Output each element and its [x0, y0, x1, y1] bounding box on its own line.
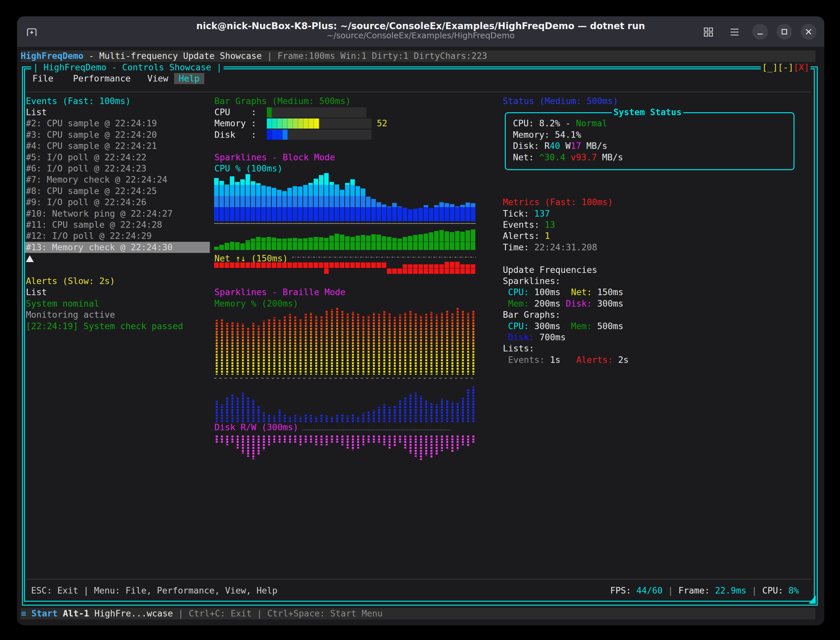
- memory-sparkline-row-seam: [214, 242, 476, 242]
- event-list-item[interactable]: #2: CPU sample @ 22:24:19: [26, 118, 157, 129]
- text-segment: Start: [31, 608, 58, 618]
- bar-disk-label: Disk :: [215, 129, 256, 140]
- text-segment: 137: [534, 208, 550, 219]
- menu-item-help[interactable]: Help: [174, 73, 204, 84]
- text-segment: |: [662, 586, 678, 595]
- sparklines-block-title: Sparklines - Block Mode: [215, 152, 335, 163]
- event-list-item[interactable]: #5: I/O poll @ 22:24:22: [26, 152, 146, 163]
- metrics-events-line: Events: 13: [503, 219, 555, 230]
- text-segment: CPU:: [508, 287, 529, 297]
- metrics-tick-line: Tick: 137: [503, 208, 550, 219]
- text-segment: 200ms: [529, 298, 566, 309]
- bar-cell: [267, 118, 272, 129]
- bar-cell: [298, 118, 303, 129]
- status-net-line: Net: ^30.4 v93.7 MB/s: [513, 152, 623, 163]
- text-segment: [503, 355, 508, 365]
- braille-disk-chart: [214, 435, 476, 462]
- events-list-label: List: [26, 107, 47, 118]
- text-segment: 8%: [788, 586, 799, 595]
- taskbar-text[interactable]: ≡ Start Alt-1 HighFre...wcase | Ctrl+C: …: [21, 608, 383, 619]
- bar-cell: [282, 130, 288, 140]
- bar-cpu-fill: [267, 107, 272, 117]
- maximize-button[interactable]: [776, 24, 792, 40]
- workspaces-grid-icon[interactable]: [704, 27, 713, 37]
- tui-window-buttons[interactable]: [_][-][X]: [761, 62, 811, 73]
- event-list-item[interactable]: #6: I/O poll @ 22:24:23: [26, 163, 146, 174]
- text-segment: [_]: [762, 62, 778, 72]
- chart-cell-seams: [214, 172, 476, 221]
- bar-memory-fill: [267, 118, 319, 129]
- scroll-up-icon[interactable]: [26, 255, 34, 262]
- bar-cell: [288, 118, 293, 129]
- text-segment: 2s: [613, 355, 628, 365]
- minimize-button[interactable]: [752, 24, 768, 40]
- event-list-item[interactable]: #7: Memory check @ 22:24:24: [26, 174, 167, 185]
- close-button[interactable]: [801, 24, 816, 40]
- alerts-panel-title: Alerts (Slow: 2s): [26, 275, 115, 286]
- text-segment: [503, 287, 508, 297]
- menu-divider: [26, 91, 811, 92]
- event-list-item[interactable]: #11: CPU sample @ 22:24:28: [26, 219, 162, 230]
- text-segment: Mem:: [508, 298, 529, 309]
- app-status-line: HighFreqDemo - Multi-frequency Update Sh…: [21, 50, 816, 62]
- event-list-item[interactable]: #9: I/O poll @ 22:24:26: [26, 197, 146, 208]
- text-segment: - Multi-frequency Update Showcase: [83, 51, 267, 61]
- menu-item-view[interactable]: View: [147, 73, 168, 84]
- text-segment: Memory: 54.1%: [513, 130, 581, 140]
- text-segment: HighFreqDemo: [21, 51, 83, 61]
- disk-dotted-line: [303, 430, 451, 430]
- event-list-item[interactable]: #8: CPU sample @ 22:24:25: [26, 186, 157, 197]
- event-list-item[interactable]: #3: CPU sample @ 22:24:20: [26, 129, 157, 140]
- text-segment: |: [746, 586, 762, 595]
- sparklines-braille-title: Sparklines - Braille Mode: [215, 286, 345, 298]
- status-disk-line: Disk: R40 W17 MB/s: [513, 140, 607, 152]
- metrics-alerts-line: Alerts: 1: [503, 230, 550, 242]
- alert-list-item: [22:24:19] System check passed: [26, 321, 183, 332]
- bar-cell: [272, 118, 277, 129]
- text-segment: Disk: R: [513, 141, 550, 151]
- screen: nick@nick-NucBox-K8-Plus: ~/source/Conso…: [0, 0, 840, 640]
- titlebar[interactable]: nick@nick-NucBox-K8-Plus: ~/source/Conso…: [17, 16, 824, 47]
- terminal-window: nick@nick-NucBox-K8-Plus: ~/source/Conso…: [17, 16, 824, 625]
- alert-list-item: System nominal: [26, 298, 99, 309]
- menu-item-file[interactable]: File: [32, 73, 53, 84]
- menu-item-performance[interactable]: Performance: [73, 73, 131, 84]
- uf-sparklines-row1: CPU: 100ms Net: 150ms: [503, 286, 623, 298]
- event-list-item[interactable]: #13: Memory check @ 22:24:30: [25, 242, 210, 253]
- events-panel-title: Events (Fast: 100ms): [26, 96, 131, 107]
- braille-dot-mask: [214, 386, 476, 422]
- text-segment: Disk:: [508, 332, 534, 342]
- text-segment: MB/s: [581, 141, 607, 151]
- bar-cpu-label: CPU :: [215, 107, 256, 118]
- hamburger-menu-icon[interactable]: [730, 28, 739, 36]
- resize-handle-icon[interactable]: [809, 595, 816, 604]
- text-segment: [565, 152, 571, 162]
- text-segment: 500ms: [592, 321, 623, 331]
- text-segment: 13: [545, 219, 555, 230]
- bar-cell: [267, 130, 272, 140]
- bar-cell: [272, 130, 277, 140]
- event-list-item[interactable]: #10: Network ping @ 22:24:27: [26, 208, 173, 219]
- status-bar-left: ESC: Exit | Menu: File, Performance, Vie…: [31, 585, 277, 596]
- braille-memory-chart: [214, 308, 476, 374]
- net-dash-line: [292, 257, 476, 258]
- text-segment: 44/60: [636, 586, 662, 595]
- text-segment: Frame:: [678, 586, 715, 595]
- memory-sparkline-chart: [214, 229, 476, 250]
- uf-lists-heading: Lists:: [503, 343, 534, 354]
- taskbar: ≡ Start Alt-1 HighFre...wcase | Ctrl+C: …: [21, 608, 816, 619]
- text-segment: MB/s: [597, 152, 623, 162]
- titlebar-text: nick@nick-NucBox-K8-Plus: ~/source/Conso…: [17, 16, 824, 40]
- text-segment: Events:: [508, 355, 545, 365]
- text-segment: [X]: [794, 62, 809, 72]
- text-segment: Alerts:: [576, 355, 613, 365]
- text-segment: | Frame:100ms Win:1 Dirty:1 DirtyChars:2…: [267, 51, 487, 61]
- text-segment: FPS:: [610, 586, 636, 595]
- text-segment: 22:24:31.208: [534, 242, 597, 252]
- update-frequencies-heading: Update Frequencies: [503, 264, 597, 275]
- status-bar-divider: [26, 579, 811, 579]
- bar-cell: [303, 118, 309, 129]
- text-segment: Time:: [503, 242, 534, 252]
- event-list-item[interactable]: #4: CPU sample @ 22:24:21: [26, 140, 157, 152]
- event-list-item[interactable]: #12: I/O poll @ 22:24:29: [26, 230, 152, 242]
